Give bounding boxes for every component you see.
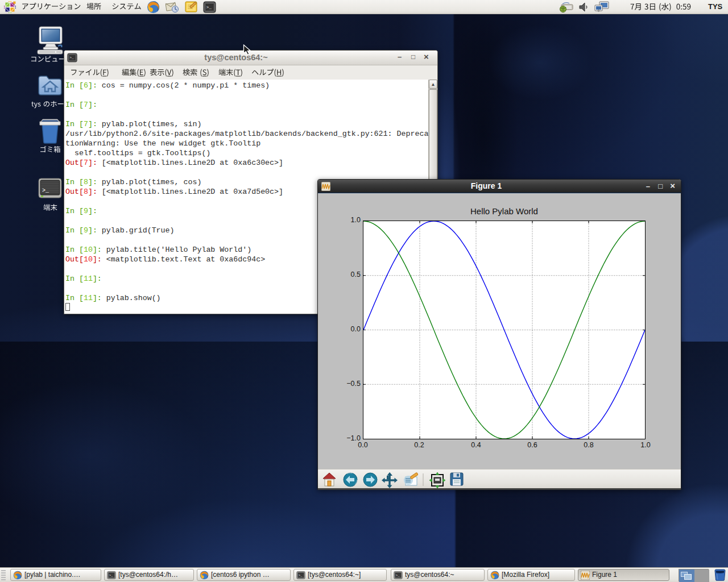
svg-text:>_: >_ [42, 188, 49, 194]
svg-text:>_: >_ [69, 56, 74, 60]
svg-text:>_: >_ [206, 5, 212, 10]
svg-text:>_: >_ [109, 573, 113, 577]
svg-text:>_: >_ [396, 573, 400, 577]
svg-text:>_: >_ [299, 573, 303, 577]
